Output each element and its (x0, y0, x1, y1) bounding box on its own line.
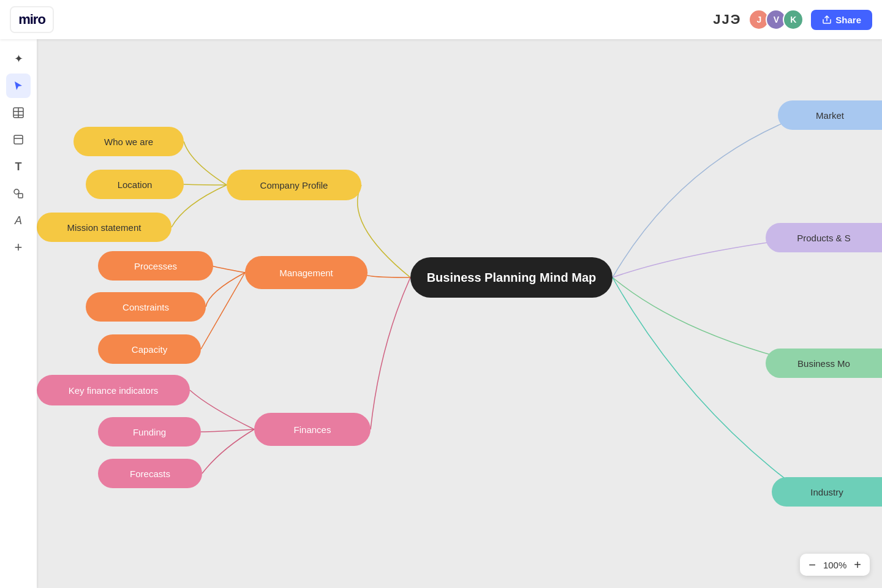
svg-rect-7 (18, 194, 23, 198)
node-mission-statement[interactable]: Mission statement (37, 213, 172, 242)
tool-shapes[interactable] (6, 181, 31, 206)
avatar-3: K (783, 9, 804, 30)
node-business-model[interactable]: Business Mo (766, 349, 882, 378)
timer-display: ЈЈЭ (713, 12, 741, 28)
tool-add[interactable]: + (6, 235, 31, 260)
tool-text[interactable]: T (6, 154, 31, 179)
node-products[interactable]: Products & S (766, 223, 882, 252)
zoom-level: 100% (823, 560, 846, 570)
canvas[interactable]: Business Planning Mind Map Company Profi… (37, 39, 882, 588)
sidebar: ✦ T A + (0, 39, 37, 588)
node-processes[interactable]: Processes (98, 251, 213, 281)
text-icon: T (15, 160, 22, 173)
zoom-controls: − 100% + (800, 554, 870, 576)
node-location[interactable]: Location (86, 170, 184, 199)
tool-select[interactable] (6, 74, 31, 98)
header: miro ЈЈЭ J V K Share (0, 0, 882, 39)
node-market[interactable]: Market (778, 100, 882, 130)
shapes-icon (12, 187, 24, 200)
tool-font[interactable]: A (6, 208, 31, 233)
node-center[interactable]: Business Planning Mind Map (410, 257, 612, 298)
avatars: J V K (748, 9, 804, 30)
font-icon: A (15, 214, 22, 227)
svg-rect-4 (14, 135, 23, 144)
cursor-icon (13, 80, 24, 91)
node-who-we-are[interactable]: Who we are (74, 127, 184, 156)
node-industry[interactable]: Industry (772, 477, 882, 507)
node-company-profile[interactable]: Company Profile (227, 170, 361, 200)
node-funding[interactable]: Funding (98, 417, 201, 447)
tool-sticky[interactable] (6, 127, 31, 152)
node-finances[interactable]: Finances (254, 413, 371, 446)
node-capacity[interactable]: Capacity (98, 334, 201, 364)
node-forecasts[interactable]: Forecasts (98, 459, 202, 488)
sticky-icon (12, 134, 24, 146)
zoom-in-button[interactable]: + (854, 559, 861, 571)
tool-sparkle[interactable]: ✦ (6, 47, 31, 71)
zoom-out-button[interactable]: − (809, 559, 816, 571)
table-icon (12, 107, 24, 119)
node-key-finance[interactable]: Key finance indicators (37, 375, 190, 405)
share-button[interactable]: Share (811, 10, 872, 30)
node-management[interactable]: Management (245, 256, 368, 289)
node-constraints[interactable]: Constraints (86, 292, 206, 322)
logo[interactable]: miro (10, 6, 54, 33)
share-icon (822, 15, 832, 24)
logo-area: miro (10, 6, 54, 33)
header-right: ЈЈЭ J V K Share (713, 9, 872, 30)
add-icon: + (15, 239, 23, 255)
tool-table[interactable] (6, 100, 31, 125)
